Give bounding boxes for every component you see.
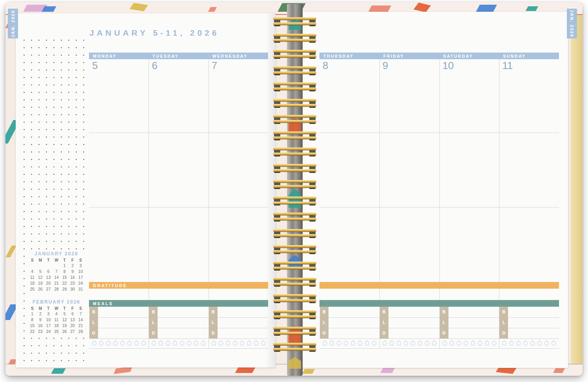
- meal-row-label: L: [209, 317, 218, 328]
- mini-calendar-date: 14: [76, 317, 85, 322]
- mini-calendar-date: 16: [36, 323, 45, 328]
- cover-pattern-shape: [114, 366, 132, 374]
- cover-pattern-shape: [526, 6, 538, 11]
- mini-calendar-date: 28: [53, 287, 61, 292]
- water-droplet-icon: [343, 340, 349, 347]
- day-header-label: TUESDAY: [149, 53, 208, 59]
- water-droplet-icon: [491, 340, 497, 347]
- day-date-number: 7: [209, 60, 268, 73]
- cover-pattern-shape: [302, 369, 315, 374]
- mini-calendar-date: 5: [36, 269, 45, 274]
- cover-pattern-shape: [476, 5, 497, 12]
- mini-calendar-date: 15: [60, 275, 69, 280]
- mini-calendar-date: 6: [44, 269, 53, 274]
- date-row: 567: [89, 60, 268, 73]
- day-header-label: FRIDAY: [379, 53, 439, 59]
- water-droplet-icon: [239, 340, 245, 347]
- mini-calendar-date: 20: [69, 323, 77, 328]
- row-divider-line: [89, 207, 268, 207]
- month-tab-left: JAN. 2026: [8, 9, 18, 38]
- mini-calendar-day-header: T: [60, 258, 69, 262]
- cover-pattern-shape: [51, 368, 65, 374]
- day-header-label: MONDAY: [89, 53, 149, 59]
- mini-calendar-date: 29: [60, 287, 69, 292]
- mini-calendar-date: 11: [53, 317, 61, 322]
- row-divider-line: [319, 133, 559, 133]
- mini-calendar-date: 27: [69, 329, 77, 334]
- water-tracker-day: [319, 338, 379, 348]
- binding-spine: [287, 4, 303, 376]
- row-divider-line: [89, 348, 268, 349]
- mini-calendar-day-header: F: [69, 258, 77, 262]
- water-droplet-icon: [105, 340, 112, 347]
- mini-calendar-date: 17: [76, 275, 85, 280]
- water-droplet-icon: [431, 340, 437, 347]
- mini-calendar-date: 17: [44, 323, 53, 328]
- meal-strip: BLD: [499, 307, 508, 338]
- mini-calendar-date: [53, 263, 61, 268]
- mini-calendar-date: 9: [69, 269, 77, 274]
- cover-pattern-shape: [235, 367, 256, 373]
- meal-row-label: B: [149, 307, 158, 317]
- mini-calendars: JANUARY 2026SMTWTFS123456789101112131415…: [27, 249, 85, 337]
- cover-edge-left: [5, 2, 16, 376]
- water-droplet-icon: [350, 340, 356, 347]
- water-droplet-icon: [477, 340, 483, 347]
- mini-calendar-date: 2: [69, 263, 77, 268]
- mini-calendar-title: FEBRUARY 2026: [28, 299, 85, 305]
- meal-row-label: L: [380, 317, 388, 328]
- meal-strip: BLD: [89, 307, 98, 338]
- day-header-label: SATURDAY: [439, 53, 499, 59]
- day-date-number: 8: [319, 60, 379, 73]
- mini-calendar-day-header: T: [60, 306, 69, 311]
- water-droplet-icon: [232, 340, 238, 347]
- meal-row-label: B: [209, 307, 218, 317]
- mini-calendar-date: 24: [76, 281, 85, 286]
- mini-calendar-day-header: M: [36, 306, 45, 311]
- mini-calendar-date: 1: [60, 263, 69, 268]
- spine-pattern-fragment: [289, 118, 301, 133]
- meal-row-label: L: [440, 317, 448, 328]
- water-droplet-icon: [470, 340, 476, 347]
- row-divider-line: [89, 317, 268, 318]
- mini-calendar-date: 4: [28, 269, 36, 274]
- gratitude-label: GRATITUDE: [89, 283, 127, 288]
- meal-row-label: B: [320, 307, 328, 317]
- row-divider-line: [319, 317, 559, 318]
- meal-row-label: B: [440, 307, 448, 317]
- mini-calendar-date: 21: [53, 281, 61, 286]
- water-tracker-day: [379, 338, 439, 348]
- meal-row-label: D: [209, 328, 218, 338]
- mini-calendar-date: 16: [69, 275, 77, 280]
- water-tracker-day: [439, 338, 499, 348]
- cover-pattern-shape: [414, 2, 431, 12]
- day-date-number: 9: [379, 60, 439, 73]
- meal-row-label: D: [320, 328, 328, 338]
- meal-row-label: B: [89, 307, 98, 317]
- mini-calendar-date: [28, 263, 36, 268]
- day-header-label: THURSDAY: [319, 53, 379, 59]
- mini-calendar-day-header: S: [76, 258, 85, 262]
- water-droplet-icon: [357, 340, 363, 347]
- water-droplet-icon: [172, 340, 178, 347]
- mini-calendar-date: 30: [69, 287, 77, 292]
- mini-calendar-date: 18: [28, 281, 36, 286]
- water-tracker-day: [209, 338, 268, 348]
- mini-calendar-date: 12: [36, 275, 45, 280]
- mini-calendar-date: 31: [76, 287, 85, 292]
- mini-calendar-date: 10: [76, 269, 85, 274]
- water-droplet-icon: [515, 340, 522, 347]
- mini-calendar-date: 26: [60, 329, 69, 334]
- cover-pattern-shape: [5, 304, 16, 320]
- mini-calendar: FEBRUARY 2026SMTWTFS12345678910111213141…: [27, 298, 85, 337]
- meal-row-label: D: [89, 328, 98, 338]
- cover-pattern-shape: [208, 7, 217, 12]
- mini-calendar-date: 21: [76, 323, 85, 328]
- meal-strip: BLD: [440, 307, 448, 338]
- mini-calendar-day-header: S: [28, 306, 36, 311]
- mini-calendar-date: 12: [60, 317, 69, 322]
- mini-calendar-date: 8: [28, 317, 36, 322]
- water-droplet-icon: [508, 340, 515, 347]
- mini-calendar-date: 9: [36, 317, 45, 322]
- water-droplet-icon: [120, 340, 126, 347]
